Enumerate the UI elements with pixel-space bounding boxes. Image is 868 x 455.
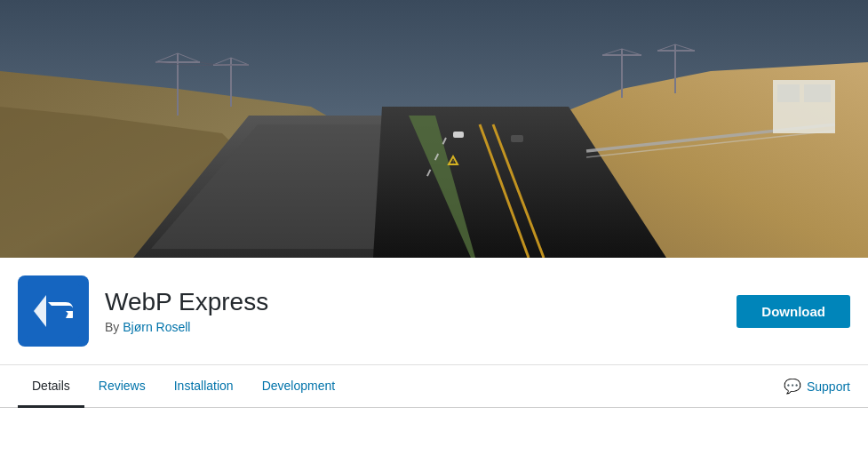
svg-rect-29 <box>453 132 464 138</box>
tab-installation[interactable]: Installation <box>160 366 248 408</box>
tabs-bar: Details Reviews Installation Development… <box>0 365 868 408</box>
svg-rect-35 <box>804 84 831 102</box>
plugin-name: WebP Express <box>105 288 737 316</box>
svg-rect-34 <box>777 84 800 102</box>
plugin-info-bar: WebP Express By Bjørn Rosell Download <box>0 258 868 365</box>
download-button[interactable]: Download <box>737 295 850 328</box>
tab-reviews[interactable]: Reviews <box>84 366 160 408</box>
tab-details[interactable]: Details <box>18 366 84 408</box>
support-label: Support <box>807 379 850 394</box>
plugin-text-block: WebP Express By Bjørn Rosell <box>105 288 737 334</box>
plugin-icon <box>18 275 89 347</box>
author-link[interactable]: Bjørn Rosell <box>123 320 190 334</box>
svg-rect-30 <box>511 135 523 142</box>
hero-image: ! <box>0 0 868 258</box>
support-link[interactable]: 💬 Support <box>784 365 850 407</box>
author-label: By <box>105 320 119 334</box>
tab-development[interactable]: Development <box>248 366 350 408</box>
support-icon: 💬 <box>784 378 801 395</box>
plugin-author: By Bjørn Rosell <box>105 320 737 334</box>
